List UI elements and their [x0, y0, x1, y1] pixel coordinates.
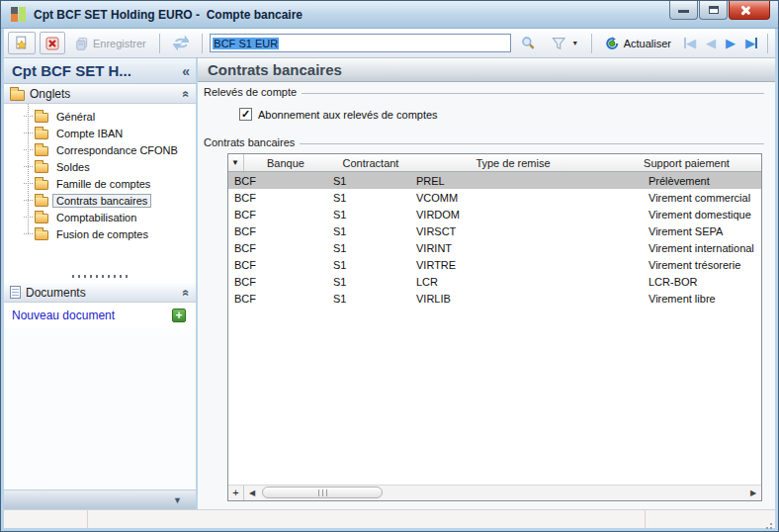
nav-last-button[interactable]: ▶ — [742, 37, 760, 49]
toolbar-separator — [767, 34, 768, 53]
tree-item-famille-de-comptes[interactable]: Famille de comptes — [8, 175, 196, 192]
nav-previous-icon: ◀ — [706, 37, 716, 49]
minimize-icon — [678, 10, 689, 13]
restore-button[interactable] — [699, 1, 728, 20]
documents-group-label: Documents — [26, 286, 178, 300]
folder-icon — [35, 163, 48, 173]
nav-next-icon: ▶ — [726, 37, 736, 49]
delete-button[interactable] — [40, 32, 65, 54]
filter-button[interactable]: ▼ — [546, 32, 584, 54]
actualiser-label: Actualiser — [624, 38, 671, 49]
add-row-button[interactable]: + — [228, 486, 244, 500]
row-marker-icon[interactable]: ▼ — [228, 154, 244, 171]
table-row[interactable]: BCF S1 LCR LCR-BOR — [228, 273, 761, 290]
document-icon — [10, 286, 21, 299]
table-row[interactable]: BCF S1 VIRDOM Virement domestique — [228, 206, 761, 222]
tree-item-soldes[interactable]: Soldes — [8, 158, 196, 175]
status-section-1 — [4, 510, 88, 528]
actualiser-icon — [605, 36, 619, 51]
new-document-row: Nouveau document + — [4, 303, 196, 328]
sidebar-footer: ▼ — [4, 489, 196, 509]
scroll-right-button[interactable]: ▶ — [745, 486, 761, 500]
page-title: Contrats bancaires — [208, 61, 342, 78]
table-row[interactable]: BCF S1 VIRLIB Virement libre — [228, 290, 761, 307]
nav-first-button[interactable]: ◀ — [681, 37, 699, 49]
column-header-support-paiement[interactable]: Support paiement — [612, 157, 761, 169]
table-row[interactable]: BCF S1 PREL Prélèvement — [228, 172, 761, 189]
delete-icon — [45, 37, 59, 50]
filter-dropdown-caret[interactable]: ▼ — [571, 40, 578, 46]
table-row[interactable]: BCF S1 VCOMM Virement commercial — [228, 189, 761, 206]
main-panel: Contrats bancaires Relevés de compte ✓ A… — [198, 58, 775, 509]
main-body: Relevés de compte ✓ Abonnement aux relev… — [198, 82, 775, 509]
tree-item-compte-iban[interactable]: Compte IBAN — [8, 125, 196, 141]
folder-icon — [35, 130, 48, 139]
status-section-3 — [645, 510, 759, 528]
folder-icon — [35, 230, 48, 240]
scrollbar-grip-icon — [318, 489, 327, 496]
table-row[interactable]: BCF S1 VIRSCT Virement SEPA — [228, 222, 761, 239]
tree-item-contrats-bancaires[interactable]: Contrats bancaires — [8, 192, 196, 209]
toolbar-separator — [202, 34, 203, 53]
save-button[interactable]: Enregistrer — [69, 32, 152, 54]
contrats-group: Contrats bancaires — [204, 135, 764, 149]
toolbar: Enregistrer BCF S1 EUR ▼ — [4, 29, 775, 58]
nav-next-button[interactable]: ▶ — [723, 37, 738, 49]
refresh-button[interactable] — [167, 32, 196, 54]
new-button[interactable] — [8, 32, 36, 54]
window-frame-bottom — [4, 528, 775, 531]
scrollbar-track[interactable] — [260, 486, 745, 500]
tree-item-correspondance-cfonb[interactable]: Correspondance CFONB — [8, 141, 196, 158]
releves-group: Relevés de compte — [204, 85, 764, 99]
tree-item-comptabilisation[interactable]: Comptabilisation — [8, 209, 196, 225]
sidebar-header: Cpt BCF SET H... « — [4, 58, 196, 84]
tree-item-general[interactable]: Général — [8, 108, 196, 125]
contrats-group-label: Contrats bancaires — [204, 136, 295, 148]
abonnement-checkbox[interactable]: ✓ — [239, 108, 252, 121]
abonnement-label: Abonnement aux relevés de comptes — [258, 109, 438, 121]
refresh-icon — [173, 36, 190, 50]
releves-group-label: Relevés de compte — [204, 86, 297, 98]
new-document-link[interactable]: Nouveau document — [12, 309, 172, 322]
filter-icon — [552, 37, 565, 50]
sidebar-collapse-icon[interactable]: « — [182, 63, 190, 79]
scroll-left-button[interactable]: ◀ — [244, 486, 260, 500]
folder-icon — [35, 146, 48, 156]
table-body: BCF S1 PREL Prélèvement BCF S1 VCOMM Vir… — [228, 172, 761, 485]
search-button[interactable] — [515, 32, 542, 54]
status-section-2 — [88, 510, 645, 528]
column-header-type-de-remise[interactable]: Type de remise — [414, 157, 612, 169]
toolbar-separator — [159, 34, 160, 53]
new-icon — [14, 36, 30, 51]
horizontal-scrollbar: + ◀ ▶ — [228, 485, 761, 500]
window-title: Cpt BCF SET Holding EURO - Compte bancai… — [34, 8, 303, 22]
table-row[interactable]: BCF S1 VIRINT Virement international — [228, 239, 761, 256]
onglets-group-header[interactable]: Onglets « — [4, 84, 196, 104]
folder-icon — [35, 113, 48, 123]
footer-chevron-down-icon[interactable]: ▼ — [173, 495, 182, 505]
abonnement-row: ✓ Abonnement aux relevés de comptes — [239, 107, 764, 122]
column-header-banque[interactable]: Banque — [244, 157, 327, 169]
save-label: Enregistrer — [93, 38, 146, 49]
title-bar: Cpt BCF SET Holding EURO - Compte bancai… — [1, 1, 778, 29]
tabs-tree: Général Compte IBAN Correspondance CFONB… — [4, 104, 196, 244]
resize-grip[interactable] — [759, 510, 775, 528]
minimize-button[interactable] — [669, 1, 698, 20]
table-row[interactable]: BCF S1 VIRTRE Virement trésorerie — [228, 256, 761, 273]
scrollbar-thumb[interactable] — [262, 487, 383, 498]
collapse-up-icon[interactable]: « — [180, 90, 194, 97]
actualiser-button[interactable]: Actualiser — [599, 32, 677, 54]
add-document-button[interactable]: + — [172, 309, 186, 322]
search-input[interactable]: BCF S1 EUR — [210, 34, 511, 52]
nav-previous-button[interactable]: ◀ — [703, 37, 719, 49]
documents-group-header[interactable]: Documents « — [4, 283, 196, 303]
search-icon — [521, 36, 536, 50]
close-button[interactable] — [729, 1, 770, 20]
tree-item-fusion-de-comptes[interactable]: Fusion de comptes — [8, 225, 196, 242]
folder-icon — [35, 214, 48, 223]
sidebar-splitter-handle[interactable] — [4, 270, 196, 283]
contrats-table: ▼ Banque Contractant Type de remise Supp… — [227, 153, 762, 501]
save-icon — [75, 36, 89, 51]
column-header-contractant[interactable]: Contractant — [327, 157, 414, 169]
collapse-up-icon[interactable]: « — [180, 289, 194, 296]
